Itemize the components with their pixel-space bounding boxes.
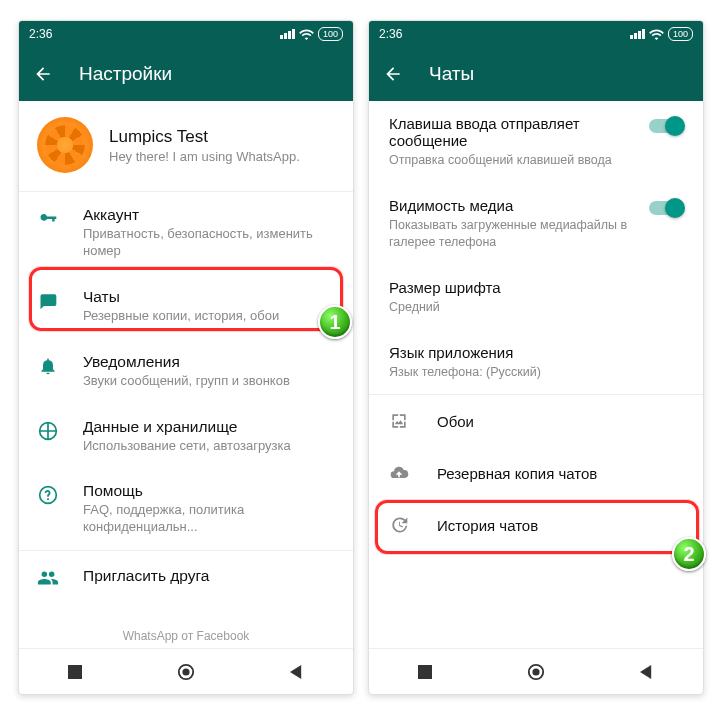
setting-title: Видимость медиа [389,197,635,214]
svg-rect-3 [418,665,432,679]
setting-subtitle: Язык телефона: (Русский) [389,364,683,381]
app-bar: Чаты [369,47,703,101]
data-icon [37,420,59,442]
page-title: Настройки [79,63,172,85]
setting-subtitle: Показывать загруженные медиафайлы в гале… [389,217,635,251]
row-label: Обои [437,413,474,430]
phone-settings: 2:36 100 Настройки Lumpics Test Hey ther… [18,20,354,695]
key-icon [37,208,59,230]
nav-bar [369,648,703,694]
setting-subtitle: Отправка сообщений клавишей ввода [389,152,635,169]
bell-icon [37,355,59,377]
nav-recent[interactable] [66,663,84,681]
profile-status: Hey there! I am using WhatsApp. [109,149,300,164]
cloud-up-icon [389,463,409,483]
row-history[interactable]: История чатов [369,499,703,551]
row-label: Резервная копия чатов [437,465,597,482]
row-title: Пригласить друга [83,565,209,587]
svg-rect-0 [68,665,82,679]
row-subtitle: Использование сети, автозагрузка [83,438,291,455]
nav-back[interactable] [288,663,306,681]
clock: 2:36 [29,27,52,41]
toggle-switch[interactable] [649,201,683,215]
toggle-switch[interactable] [649,119,683,133]
battery-icon: 100 [318,27,343,41]
profile-name: Lumpics Test [109,127,300,147]
setting-media-visibility[interactable]: Видимость медиа Показывать загруженные м… [369,183,703,265]
setting-enter-send[interactable]: Клавиша ввода отправляет сообщение Отпра… [369,101,703,183]
settings-row-data[interactable]: Данные и хранилище Использование сети, а… [19,404,353,469]
svg-point-2 [182,668,189,675]
status-bar: 2:36 100 [19,21,353,47]
status-bar: 2:36 100 [369,21,703,47]
wallpaper-icon [389,411,409,431]
avatar [37,117,93,173]
profile-row[interactable]: Lumpics Test Hey there! I am using Whats… [19,101,353,191]
setting-title: Размер шрифта [389,279,683,296]
setting-title: Язык приложения [389,344,683,361]
phone-chats: 2:36 100 Чаты Клавиша ввода отправляет с… [368,20,704,695]
row-title: Чаты [83,288,279,306]
signal-icon [280,29,295,39]
row-title: Данные и хранилище [83,418,291,436]
row-backup[interactable]: Резервная копия чатов [369,447,703,499]
settings-row-account[interactable]: Аккаунт Приватность, безопасность, измен… [19,192,353,274]
app-bar: Настройки [19,47,353,101]
back-button[interactable] [33,64,53,84]
nav-home[interactable] [177,663,195,681]
row-title: Помощь [83,482,335,500]
back-button[interactable] [383,64,403,84]
footer-text: WhatsApp от Facebook [19,603,353,648]
battery-icon: 100 [668,27,693,41]
chat-icon [37,290,59,312]
setting-title: Клавиша ввода отправляет сообщение [389,115,635,149]
setting-language[interactable]: Язык приложения Язык телефона: (Русский) [369,330,703,395]
wifi-icon [649,29,664,40]
settings-row-invite[interactable]: Пригласить друга [19,551,353,603]
page-title: Чаты [429,63,474,85]
settings-row-notifications[interactable]: Уведомления Звуки сообщений, групп и зво… [19,339,353,404]
row-wallpaper[interactable]: Обои [369,395,703,447]
nav-recent[interactable] [416,663,434,681]
row-subtitle: Звуки сообщений, групп и звонков [83,373,290,390]
people-icon [37,567,59,589]
row-label: История чатов [437,517,538,534]
row-title: Аккаунт [83,206,335,224]
row-subtitle: Резервные копии, история, обои [83,308,279,325]
nav-bar [19,648,353,694]
row-subtitle: Приватность, безопасность, изменить номе… [83,226,335,260]
row-title: Уведомления [83,353,290,371]
row-subtitle: FAQ, поддержка, политика конфиденциальн.… [83,502,335,536]
setting-subtitle: Средний [389,299,683,316]
nav-home[interactable] [527,663,545,681]
help-icon [37,484,59,506]
wifi-icon [299,29,314,40]
svg-point-5 [532,668,539,675]
setting-font-size[interactable]: Размер шрифта Средний [369,265,703,330]
history-icon [389,515,409,535]
settings-row-help[interactable]: Помощь FAQ, поддержка, политика конфиден… [19,468,353,550]
nav-back[interactable] [638,663,656,681]
settings-row-chats[interactable]: Чаты Резервные копии, история, обои [19,274,353,339]
clock: 2:36 [379,27,402,41]
signal-icon [630,29,645,39]
